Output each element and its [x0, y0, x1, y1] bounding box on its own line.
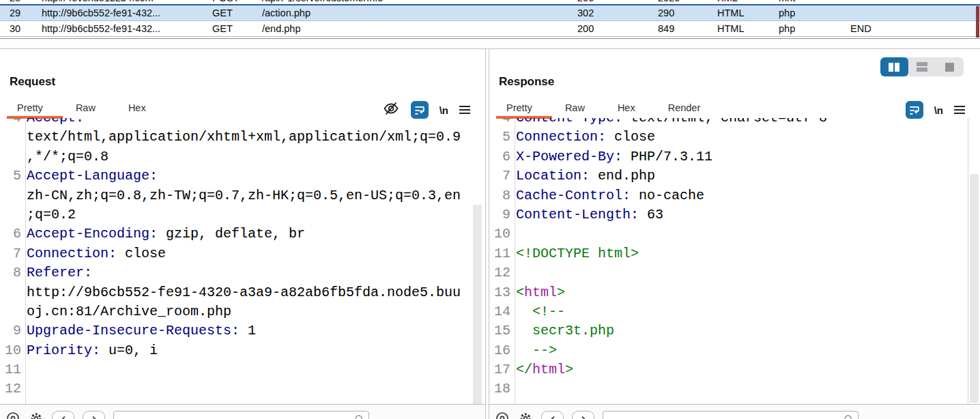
line-content: [21, 360, 27, 379]
request-toolbar: \n: [382, 100, 470, 120]
newline-icon[interactable]: \n: [439, 104, 448, 116]
editor-line: 9Content-Length: 63: [489, 205, 980, 225]
editor-line: 17</html>: [489, 360, 980, 379]
search-target-icon[interactable]: [5, 411, 20, 419]
line-content: zh-CN,zh;q=0.8,zh-TW;q=0.7,zh-HK;q=0.5,e…: [21, 186, 461, 205]
line-content: text/html,application/xhtml+xml,applicat…: [21, 128, 461, 147]
line-number: 17: [489, 360, 510, 379]
line-number: [0, 147, 21, 167]
response-search-input[interactable]: [603, 411, 859, 419]
cell-url: http://9b6cb552-fe91-432...: [38, 23, 208, 34]
cell-ext: php: [775, 23, 846, 34]
line-number: 12: [0, 379, 21, 399]
word-wrap-icon[interactable]: [411, 101, 429, 119]
line-number: 11: [489, 244, 510, 263]
search-settings-gear-icon[interactable]: [29, 411, 44, 419]
single-pane-icon[interactable]: [936, 57, 964, 76]
request-editor[interactable]: 4Accept:text/html,application/xhtml+xml,…: [0, 118, 485, 404]
cell-mime: HTML: [713, 8, 775, 18]
line-content: Location: end.php: [510, 167, 655, 186]
editor-line: 14 <!--: [489, 302, 980, 321]
split-columns-icon[interactable]: [880, 57, 908, 76]
line-number: 6: [0, 225, 21, 244]
line-content: ,*/*;q=0.8: [21, 147, 109, 167]
line-number: 6: [489, 147, 510, 167]
line-content: Accept:: [21, 118, 84, 128]
tab-hex[interactable]: Hex: [618, 101, 635, 120]
editor-line: 10: [489, 225, 980, 244]
cell-length: 849: [654, 23, 713, 34]
line-content: secr3t.php: [510, 321, 614, 341]
table-panel-divider: [0, 38, 980, 49]
line-content: </html>: [510, 360, 573, 379]
editor-line: 9Upgrade-Insecure-Requests: 1: [0, 321, 485, 341]
cell-length: 290: [654, 8, 713, 18]
line-number: 13: [489, 283, 510, 302]
previous-match-button[interactable]: [52, 411, 74, 419]
split-rows-icon[interactable]: [908, 57, 936, 76]
line-number: 18: [489, 379, 510, 399]
editor-line: 4Content-Type: text/html; charset=utf-8: [489, 118, 980, 128]
layout-toggle-group: [880, 57, 964, 76]
tab-raw[interactable]: Raw: [565, 101, 585, 120]
line-number: 14: [489, 302, 510, 321]
line-content: oj.cn:81/Archive_room.php: [21, 302, 231, 321]
editor-line: 11<!DOCTYPE html>: [489, 244, 980, 263]
line-number: 10: [0, 341, 21, 360]
line-content: Accept-Language:: [21, 167, 158, 186]
search-target-icon[interactable]: [495, 411, 510, 419]
word-wrap-icon[interactable]: [906, 101, 923, 119]
history-row[interactable]: 29http://9b6cb552-fe91-432...GET/action.…: [0, 5, 980, 21]
line-number: 5: [0, 167, 21, 186]
editor-line: 12: [0, 379, 485, 399]
tab-raw[interactable]: Raw: [76, 101, 96, 120]
search-settings-gear-icon[interactable]: [518, 411, 533, 419]
next-match-button[interactable]: [83, 411, 105, 419]
previous-match-button[interactable]: [541, 411, 564, 419]
history-row[interactable]: 28http://4evenue1b2b4.comPOST/api/P1/ser…: [0, 0, 980, 4]
menu-icon[interactable]: [459, 106, 470, 115]
editor-line: 10Priority: u=0, i: [0, 341, 485, 360]
editor-line: 5Accept-Language:: [0, 167, 485, 186]
tab-hex[interactable]: Hex: [128, 101, 146, 120]
line-number: 4: [489, 118, 510, 128]
line-number: 10: [489, 225, 510, 244]
editor-line: 6X-Powered-By: PHP/7.3.11: [489, 147, 980, 167]
response-editor[interactable]: 4Content-Type: text/html; charset=utf-85…: [489, 118, 980, 404]
cell-url: http://9b6cb552-fe91-432...: [38, 8, 208, 18]
request-scrollbar[interactable]: [473, 205, 482, 404]
response-scrollbar[interactable]: [970, 174, 979, 403]
line-number: 8: [0, 263, 21, 283]
line-number: [0, 205, 21, 225]
editor-line: 18: [489, 379, 980, 399]
next-match-button[interactable]: [572, 411, 594, 419]
line-number: 8: [489, 186, 510, 205]
request-search-bar: [0, 404, 485, 419]
line-content: [510, 379, 516, 399]
line-content: http://9b6cb552-fe91-4320-a3a9-a82ab6fb5…: [21, 283, 461, 302]
cell-status: 200: [573, 0, 654, 3]
response-search-bar: [489, 404, 980, 419]
cell-id: 30: [0, 23, 38, 34]
cell-status: 200: [573, 23, 654, 34]
history-row-partial[interactable]: 28http://4evenue1b2b4.comPOST/api/P1/ser…: [0, 0, 980, 4]
menu-icon[interactable]: [954, 106, 965, 115]
cell-path: /end.php: [258, 23, 573, 34]
request-search-input[interactable]: [113, 411, 369, 419]
magnifier-icon: [844, 414, 854, 419]
newline-icon[interactable]: \n: [934, 104, 943, 116]
line-number: 7: [489, 167, 510, 186]
history-row[interactable]: 30http://9b6cb552-fe91-432...GET/end.php…: [0, 21, 980, 37]
history-table-body: 29http://9b6cb552-fe91-432...GET/action.…: [0, 5, 980, 37]
line-content: [510, 263, 516, 283]
line-content: [21, 379, 27, 399]
cell-url: http://4evenue1b2b4.com: [38, 0, 208, 3]
table-scrollbar-marker[interactable]: [976, 6, 979, 38]
eye-off-icon[interactable]: [382, 100, 400, 119]
cell-path: /action.php: [258, 8, 573, 18]
line-number: 4: [0, 118, 21, 128]
line-content: Priority: u=0, i: [21, 341, 158, 360]
line-content: ;q=0.2: [21, 205, 76, 225]
editor-line: oj.cn:81/Archive_room.php: [0, 302, 485, 321]
tab-render[interactable]: Render: [668, 101, 701, 120]
